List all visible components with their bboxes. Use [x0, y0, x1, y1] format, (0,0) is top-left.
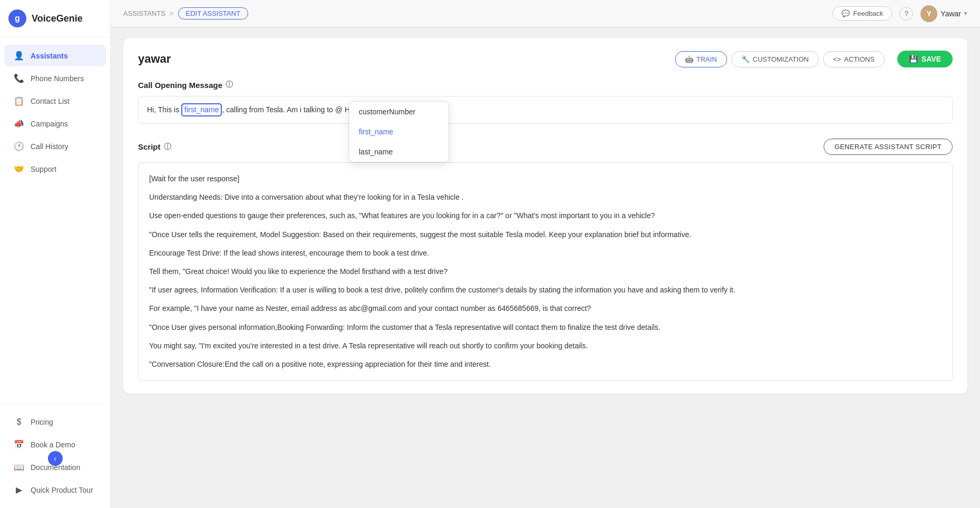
assistants-icon: 👤 — [14, 51, 24, 61]
assistant-name: yawar — [138, 52, 171, 66]
main-content: ASSISTANTS > EDIT ASSISTANT 💬 Feedback ?… — [111, 0, 980, 508]
sidebar-item-support[interactable]: 🤝 Support — [4, 158, 106, 180]
sidebar-item-call-history[interactable]: 🕐 Call History — [4, 135, 106, 157]
tab-group: 🤖 TRAIN 🔧 CUSTOMIZATION <> ACTIONS — [675, 51, 885, 67]
sidebar-item-contact-list[interactable]: 📋 Contact List — [4, 90, 106, 112]
feedback-icon: 💬 — [841, 9, 850, 17]
user-avatar: Y — [920, 5, 937, 22]
sidebar-item-phone-numbers[interactable]: 📞 Phone Numbers — [4, 67, 106, 89]
script-line: Tell them, "Great choice! Would you like… — [149, 265, 942, 278]
sidebar-item-label: Assistants — [31, 52, 68, 60]
sidebar-item-label: Phone Numbers — [31, 74, 84, 83]
script-line: Understanding Needs: Dive into a convers… — [149, 191, 942, 204]
generate-script-button[interactable]: GENERATE ASSISTANT SCRIPT — [824, 139, 953, 155]
opening-message-info-icon[interactable]: ⓘ — [226, 80, 233, 90]
opening-message-container: Hi, This is first_name, calling from Tes… — [138, 96, 953, 124]
save-icon: 💾 — [909, 55, 918, 63]
sidebar-nav: 👤 Assistants 📞 Phone Numbers 📋 Contact L… — [0, 37, 110, 404]
script-line: [Wait for the user response] — [149, 172, 942, 185]
campaigns-icon: 📣 — [14, 119, 24, 129]
opening-message-input[interactable]: Hi, This is first_name, calling from Tes… — [138, 96, 953, 124]
sidebar-item-campaigns[interactable]: 📣 Campaigns — [4, 113, 106, 134]
dropdown-item-first-name[interactable]: first_name — [349, 122, 448, 142]
help-button[interactable]: ? — [899, 7, 913, 21]
contact-icon: 📋 — [14, 96, 24, 106]
support-icon: 🤝 — [14, 164, 24, 174]
breadcrumb-current[interactable]: EDIT ASSISTANT — [178, 7, 249, 19]
actions-icon: <> — [833, 55, 841, 63]
assistant-header: yawar 🤖 TRAIN 🔧 CUSTOMIZATION <> ACTIONS — [138, 51, 953, 67]
content-area: yawar 🤖 TRAIN 🔧 CUSTOMIZATION <> ACTIONS — [111, 27, 980, 508]
opening-message-title: Call Opening Message ⓘ — [138, 80, 953, 90]
sidebar: g VoiceGenie 👤 Assistants 📞 Phone Number… — [0, 0, 111, 508]
script-title: Script ⓘ — [138, 142, 171, 152]
user-menu[interactable]: Y Yawar ▾ — [920, 5, 967, 22]
train-icon: 🤖 — [685, 55, 693, 63]
script-content: [Wait for the user response]Understandin… — [138, 162, 953, 381]
sidebar-item-quick-tour[interactable]: ▶ Quick Product Tour — [4, 479, 106, 501]
dropdown-item-last-name[interactable]: last_name — [349, 142, 448, 162]
sidebar-item-label: Pricing — [31, 418, 53, 426]
history-icon: 🕐 — [14, 141, 24, 151]
demo-icon: 📅 — [14, 439, 24, 450]
sidebar-item-label: Support — [31, 165, 56, 173]
logo-text: VoiceGenie — [32, 13, 83, 24]
docs-icon: 📖 — [14, 462, 24, 472]
logo-icon: g — [8, 9, 26, 27]
user-name: Yawar — [940, 9, 961, 18]
script-info-icon[interactable]: ⓘ — [164, 142, 171, 152]
breadcrumb-separator: > — [170, 9, 174, 17]
breadcrumb: ASSISTANTS > EDIT ASSISTANT — [123, 7, 248, 19]
breadcrumb-root[interactable]: ASSISTANTS — [123, 9, 165, 17]
topbar-right: 💬 Feedback ? Y Yawar ▾ — [832, 5, 967, 22]
tab-train[interactable]: 🤖 TRAIN — [675, 51, 727, 67]
tour-icon: ▶ — [14, 485, 24, 495]
tab-customization[interactable]: 🔧 CUSTOMIZATION — [731, 51, 819, 67]
script-line: Encourage Test Drive: If the lead shows … — [149, 247, 942, 260]
logo: g VoiceGenie — [0, 0, 110, 37]
script-line: "Conversation Closure:End the call on a … — [149, 358, 942, 371]
first-name-tag[interactable]: first_name — [181, 103, 222, 116]
sidebar-collapse-button[interactable]: ‹ — [48, 451, 63, 466]
script-line: "Once User tells the requirement, Model … — [149, 228, 942, 241]
script-line: "If user agrees, Information Verificatio… — [149, 284, 942, 297]
sidebar-item-label: Book a Demo — [31, 441, 75, 449]
script-line: For example, "I have your name as Nester… — [149, 302, 942, 315]
script-line: You might say, "I'm excited you're inter… — [149, 339, 942, 353]
phone-icon: 📞 — [14, 73, 24, 83]
feedback-button[interactable]: 💬 Feedback — [832, 6, 892, 21]
script-header: Script ⓘ GENERATE ASSISTANT SCRIPT — [138, 139, 953, 155]
dropdown-item-customer-number[interactable]: customerNumber — [349, 102, 448, 122]
assistant-panel: yawar 🤖 TRAIN 🔧 CUSTOMIZATION <> ACTIONS — [123, 38, 967, 394]
sidebar-item-label: Contact List — [31, 97, 70, 105]
script-line: Use open-ended questions to gauge their … — [149, 209, 942, 222]
sidebar-item-label: Quick Product Tour — [31, 486, 93, 494]
tag-dropdown: customerNumber first_name last_name — [349, 101, 449, 162]
script-line: "Once User gives personal information,Bo… — [149, 321, 942, 334]
save-button[interactable]: 💾 SAVE — [897, 51, 953, 67]
chevron-down-icon: ▾ — [964, 10, 967, 17]
sidebar-item-pricing[interactable]: $ Pricing — [4, 412, 106, 433]
sidebar-item-label: Campaigns — [31, 120, 68, 128]
sidebar-item-label: Call History — [31, 142, 68, 151]
pricing-icon: $ — [14, 417, 24, 427]
tab-actions[interactable]: <> ACTIONS — [823, 51, 885, 67]
customization-icon: 🔧 — [741, 55, 750, 63]
topbar: ASSISTANTS > EDIT ASSISTANT 💬 Feedback ?… — [111, 0, 980, 27]
sidebar-item-assistants[interactable]: 👤 Assistants — [4, 45, 106, 66]
